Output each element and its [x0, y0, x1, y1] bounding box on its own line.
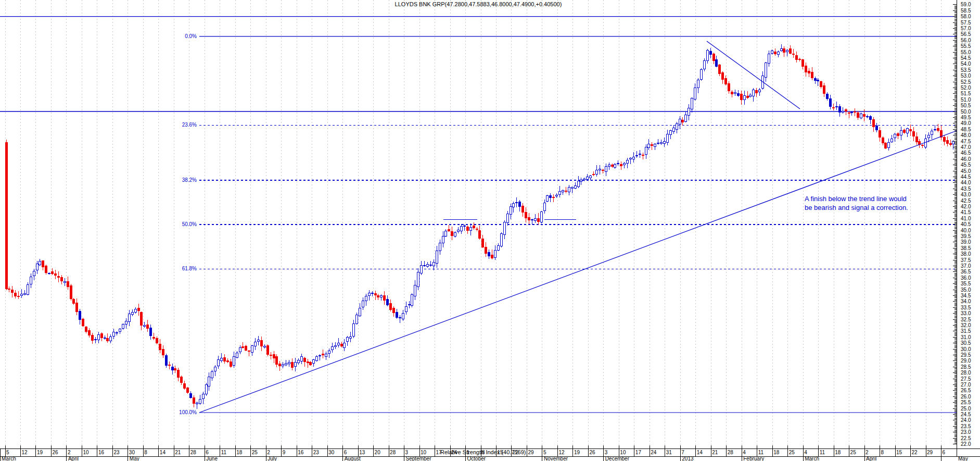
price-tick-label: 41.0 [961, 216, 971, 221]
candle-body [583, 179, 586, 180]
candle-body [771, 51, 773, 54]
price-tick-label: 48.0 [961, 132, 971, 138]
candle-body [534, 218, 536, 220]
candle-body [814, 78, 816, 81]
candle-body [894, 134, 896, 138]
candle-body [602, 170, 604, 171]
month-label: April [866, 456, 876, 461]
price-tick-label: 59.0 [961, 2, 971, 7]
week-label: 14 [160, 450, 166, 455]
candle-body [55, 274, 57, 275]
week-label: 19 [37, 450, 43, 455]
candle-body [562, 190, 564, 192]
week-label: 26 [589, 450, 595, 455]
candle-body [777, 52, 779, 55]
candle-body [906, 129, 908, 133]
fib-label: 0.0% [185, 33, 197, 39]
month-label: March [805, 456, 819, 461]
candle-body [362, 301, 364, 307]
trendlines [199, 41, 957, 413]
price-tick-label: 43.5 [961, 186, 971, 192]
candle-body [445, 231, 447, 236]
candle-body [279, 364, 281, 366]
candle-body [190, 393, 192, 398]
candle-body [266, 346, 269, 355]
week-label: 3 [605, 450, 608, 455]
price-tick-label: 35.0 [961, 287, 971, 293]
candle-body [482, 239, 484, 247]
price-tick-label: 42.0 [961, 204, 971, 209]
candle-body [617, 163, 619, 164]
price-tick-label: 58.0 [961, 14, 971, 19]
candle-body [33, 271, 35, 276]
candle-body [233, 356, 235, 365]
candle-body [685, 115, 687, 121]
price-tick-label: 31.5 [961, 328, 971, 334]
candle-body [276, 356, 278, 364]
candle-body [168, 365, 170, 365]
candle-body [577, 181, 579, 186]
candle-body [885, 143, 887, 148]
candle-body [556, 195, 558, 196]
candle-body [60, 278, 62, 281]
candle-body [52, 271, 54, 273]
candle-body [27, 284, 29, 294]
candle-body [519, 202, 521, 206]
candle-body [703, 60, 705, 69]
price-tick-label: 34.5 [961, 293, 971, 298]
candle-body [162, 349, 164, 355]
candle-body [48, 273, 50, 273]
candle-body [131, 313, 133, 315]
candle-body [706, 51, 708, 61]
week-label: 28 [390, 450, 396, 455]
price-tick-label: 42.5 [961, 198, 971, 204]
week-label: 2 [68, 450, 71, 455]
candle-body [104, 338, 106, 339]
week-label: 16 [298, 450, 304, 455]
price-tick-label: 34.0 [961, 298, 971, 304]
candle-body [432, 263, 435, 266]
price-tick-label: 47.5 [961, 139, 971, 144]
candle-body [796, 55, 798, 59]
month-label: 2013 [682, 456, 694, 461]
week-label: 6 [344, 450, 347, 455]
candle-body [245, 346, 247, 350]
candle-body [550, 195, 552, 197]
week-label: 21 [175, 450, 181, 455]
price-tick-label: 56.0 [961, 38, 971, 43]
price-tick-label: 27.0 [961, 382, 971, 388]
candle-body [343, 343, 346, 347]
rsi-indicator-label: Relative Strength Index (40.7169) [440, 449, 526, 455]
candle-body [230, 362, 232, 367]
candle-body [82, 319, 84, 326]
candles [5, 44, 954, 409]
candle-body [350, 337, 352, 338]
candle-body [666, 134, 668, 142]
candle-body [867, 117, 869, 117]
candle-body [374, 294, 376, 295]
candle-body [614, 164, 616, 167]
candle-body [620, 164, 622, 166]
candle-body [793, 54, 795, 55]
week-label: 6 [206, 450, 209, 455]
candle-body [331, 347, 333, 350]
week-label: 18 [236, 450, 243, 455]
candle-body [608, 165, 610, 166]
candle-body [946, 140, 948, 143]
candle-body [845, 110, 847, 111]
week-label: 30 [328, 450, 335, 455]
candle-body [931, 131, 933, 134]
candle-body [396, 313, 398, 317]
candle-body [23, 294, 26, 294]
candle-body [817, 80, 819, 81]
candle-body [879, 131, 881, 138]
month-label: August [345, 456, 361, 461]
candle-body [672, 128, 674, 132]
candle-body [100, 334, 103, 338]
candle-body [239, 347, 241, 352]
candle-body [596, 170, 598, 175]
candle-body [196, 403, 198, 404]
candle-body [177, 370, 180, 378]
candle-body [734, 93, 736, 94]
price-tick-label: 40.0 [961, 228, 971, 233]
